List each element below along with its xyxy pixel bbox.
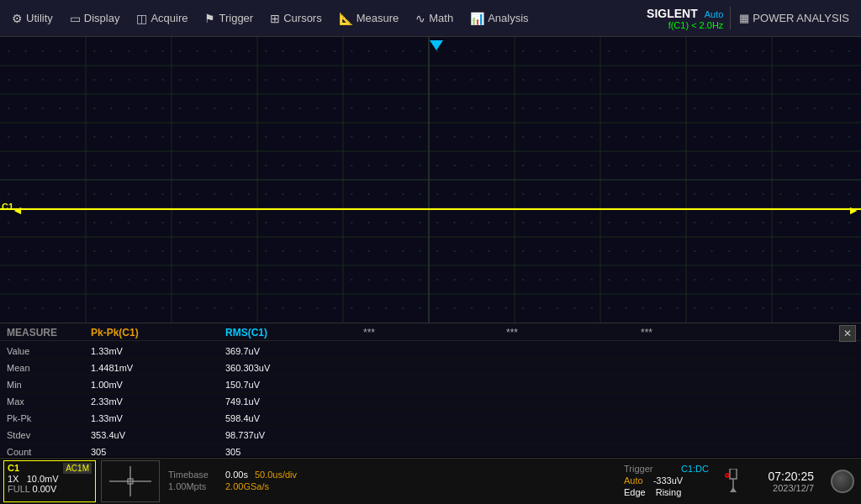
ch1-name: C1 (8, 463, 19, 474)
trigger-section: Trigger C1:DC Auto -333uV Edge Rising (617, 460, 718, 502)
display-icon: ▭ (70, 12, 81, 25)
svg-rect-20 (0, 37, 861, 323)
row-val2: 150.7uV (225, 380, 360, 390)
row-label: Max (7, 396, 91, 407)
time-section: 07:20:25 2023/12/7 (748, 466, 824, 496)
probe-indicator (101, 460, 160, 502)
brand-info: SIGLENT Auto f(C1) < 2.0Hz (647, 7, 730, 30)
calendar-date: 2023/12/7 (758, 483, 814, 493)
ch1-status-box: C1 AC1M 1X 10.0mV FULL 0.00V (3, 460, 96, 502)
col5-header: *** (637, 327, 721, 339)
freq-label: f(C1) < 2.0Hz (668, 20, 724, 30)
trigger-ch: C1:DC (681, 464, 709, 474)
timebase-label: Timebase (168, 470, 219, 480)
timebase-section: Timebase 0.00s 50.0us/div 1.00Mpts 2.00G… (161, 466, 617, 496)
measure-row: Max 2.33mV 749.1uV (7, 393, 854, 410)
row-val2: 305 (225, 447, 360, 457)
signal-left-arrow: ◄ (12, 203, 24, 217)
menu-bar: ⚙ Utility ▭ Display ◫ Acquire ⚑ Trigger … (0, 0, 861, 37)
row-val2: 749.1uV (225, 396, 360, 407)
timebase-mpts: 1.00Mpts (168, 481, 219, 491)
round-button[interactable] (831, 470, 854, 493)
ch1-probe: 1X (8, 474, 18, 484)
measure-close-button[interactable]: ✕ (839, 325, 856, 342)
trigger-mode: Auto (624, 475, 643, 486)
measure-icon: 📐 (339, 12, 353, 25)
acquire-icon: ◫ (136, 12, 147, 25)
row-val1: 1.00mV (91, 380, 225, 390)
svg-point-27 (726, 474, 729, 477)
usb-icon (723, 469, 743, 494)
grid-svg (0, 37, 861, 323)
row-val1: 1.33mV (91, 413, 225, 423)
row-label: Value (7, 346, 91, 356)
dot-grid (0, 37, 861, 323)
analysis-icon: 📊 (470, 12, 484, 25)
menu-math[interactable]: ∿ Math (407, 7, 462, 30)
measure-row: Stdev 353.4uV 98.737uV (7, 427, 854, 444)
utility-icon: ⚙ (12, 12, 23, 25)
math-icon: ∿ (415, 12, 425, 25)
brand-name: SIGLENT (647, 7, 698, 20)
col1-header: Pk-Pk(C1) (91, 327, 225, 339)
svg-rect-24 (730, 469, 737, 479)
measure-title: MEASURE (7, 327, 91, 339)
measure-row: Min 1.00mV 150.7uV (7, 376, 854, 393)
usb-section (718, 465, 748, 497)
trigger-icon: ⚑ (204, 12, 215, 25)
menu-analysis[interactable]: 📊 Analysis (462, 7, 536, 30)
measure-row: Pk-Pk 1.33mV 598.4uV (7, 410, 854, 427)
ch1-signal-line (0, 208, 861, 210)
auto-label: Auto (705, 9, 724, 19)
row-label: Count (7, 447, 91, 457)
row-val1: 1.33mV (91, 346, 225, 356)
menu-acquire[interactable]: ◫ Acquire (128, 7, 196, 30)
menu-cursors[interactable]: ⊞ Cursors (261, 7, 330, 30)
scope-screen: C1 ◄ ► (0, 37, 861, 323)
clock-time: 07:20:25 (758, 470, 814, 483)
status-bar: C1 AC1M 1X 10.0mV FULL 0.00V Timebase 0.… (0, 458, 861, 504)
probe-cross-svg (105, 462, 156, 501)
measure-headers: MEASURE Pk-Pk(C1) RMS(C1) *** *** *** (0, 323, 861, 341)
row-val2: 98.737uV (225, 430, 360, 440)
col2-header: RMS(C1) (225, 327, 360, 339)
cursors-icon: ⊞ (270, 12, 280, 25)
row-val2: 369.7uV (225, 346, 360, 356)
menu-utility[interactable]: ⚙ Utility (3, 7, 61, 30)
ch1-offset: 0.00V (33, 484, 57, 494)
row-label: Mean (7, 363, 91, 373)
signal-right-arrow: ► (848, 203, 859, 217)
row-val1: 2.33mV (91, 396, 225, 407)
power-analysis-icon: ▦ (739, 12, 749, 24)
col3-header: *** (360, 327, 503, 339)
measure-table: Value 1.33mV 369.7uV Mean 1.4481mV 360.3… (0, 341, 861, 462)
timebase-val2: 50.0us/div (255, 470, 297, 480)
row-label: Pk-Pk (7, 413, 91, 423)
row-label: Min (7, 380, 91, 390)
row-val2: 598.4uV (225, 413, 360, 423)
row-label: Stdev (7, 430, 91, 440)
ch1-scale: 10.0mV (27, 474, 59, 484)
measure-row: Value 1.33mV 369.7uV (7, 343, 854, 360)
menu-measure[interactable]: 📐 Measure (330, 7, 408, 30)
timebase-gsa: 2.00GSa/s (225, 481, 269, 491)
trigger-slope: Rising (656, 487, 682, 497)
row-val1: 353.4uV (91, 430, 225, 440)
power-analysis-button[interactable]: ▦ POWER ANALYSIS (730, 7, 858, 29)
svg-marker-26 (730, 487, 737, 492)
row-val2: 360.303uV (225, 363, 360, 373)
trigger-label: Trigger (624, 464, 674, 474)
timebase-val1: 0.00s (225, 470, 248, 480)
trigger-arrow (430, 40, 443, 50)
measure-panel: ✕ MEASURE Pk-Pk(C1) RMS(C1) *** *** *** … (0, 323, 861, 457)
menu-trigger[interactable]: ⚑ Trigger (196, 7, 261, 30)
row-val1: 305 (91, 447, 225, 457)
row-val1: 1.4481mV (91, 363, 225, 373)
ch1-coupling: AC1M (63, 463, 92, 474)
menu-display[interactable]: ▭ Display (61, 7, 129, 30)
measure-row: Mean 1.4481mV 360.303uV (7, 360, 854, 376)
col4-header: *** (503, 327, 637, 339)
trigger-level: -333uV (653, 475, 683, 486)
trigger-type: Edge (624, 487, 646, 497)
ch1-offset-label: FULL (8, 484, 33, 494)
